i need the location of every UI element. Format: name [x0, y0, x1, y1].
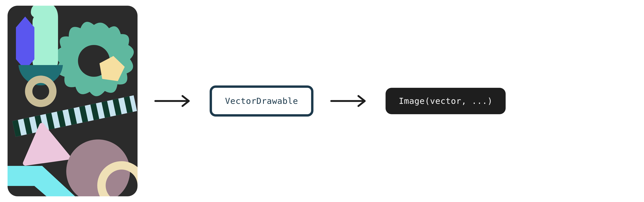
vector-drawable-label: VectorDrawable — [225, 96, 298, 106]
arrow-right-icon — [330, 94, 369, 108]
svg-marker-2 — [16, 16, 34, 70]
diagram-flow: VectorDrawable Image(vector, ...) — [0, 6, 506, 196]
image-call-label: Image(vector, ...) — [399, 96, 492, 106]
vector-drawable-node: VectorDrawable — [210, 86, 314, 116]
shapes-illustration — [8, 6, 138, 196]
arrow-right-icon — [154, 94, 193, 108]
abstract-shapes-thumbnail — [8, 6, 138, 196]
image-call-node: Image(vector, ...) — [386, 88, 506, 114]
